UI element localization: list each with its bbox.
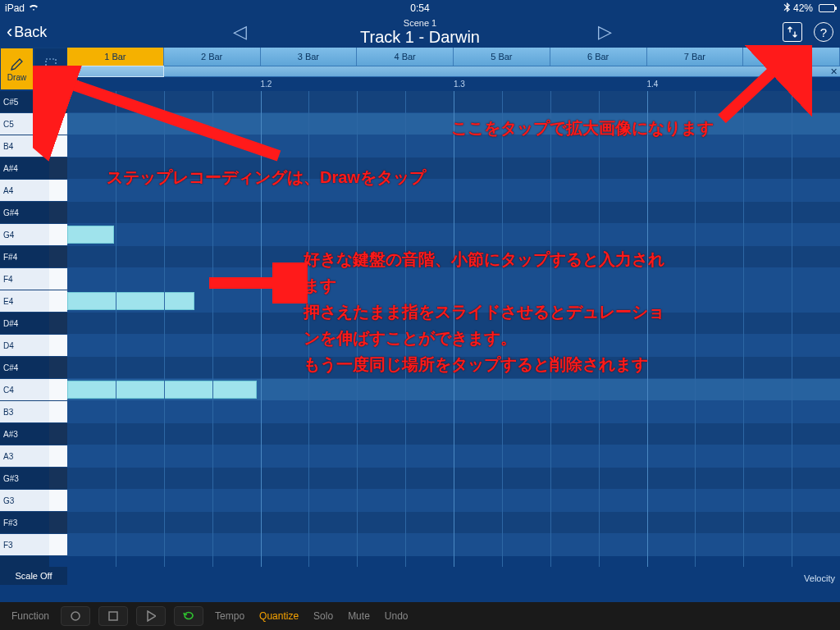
beat-ruler[interactable]: 1.1 1.2 1.3 1.4 <box>67 78 840 91</box>
gridline <box>164 91 165 567</box>
key-B3[interactable]: B3 <box>0 401 49 423</box>
select-icon <box>43 57 58 71</box>
gridline <box>647 91 648 567</box>
svg-rect-2 <box>109 612 117 620</box>
key-G#4[interactable]: G#4 <box>0 202 49 224</box>
chevron-left-icon: ‹ <box>7 23 12 41</box>
wifi-icon <box>28 2 39 14</box>
key-G4[interactable]: G4 <box>0 224 49 246</box>
transport-bar: Function Tempo Quantize Solo Mute Undo <box>0 602 840 630</box>
gridline <box>405 91 406 567</box>
gridline <box>502 91 503 567</box>
beat-4: 1.4 <box>647 80 659 89</box>
key-G3[interactable]: G3 <box>0 490 49 512</box>
keycol-A4 <box>49 180 67 202</box>
key-E4[interactable]: E4 <box>0 290 49 313</box>
key-C#4[interactable]: C#4 <box>0 357 49 379</box>
gridline <box>792 91 792 567</box>
help-button[interactable]: ? <box>814 22 833 42</box>
key-A#3[interactable]: A#3 <box>0 423 49 445</box>
gridline <box>357 91 358 567</box>
status-bar: iPad 0:54 42% <box>0 0 840 16</box>
overview-close[interactable]: ✕ <box>830 66 838 77</box>
bar-1[interactable]: 1 Bar <box>67 48 164 66</box>
keycol-C#5 <box>49 91 67 113</box>
scene-label: Scene 1 <box>360 18 480 28</box>
undo-button[interactable]: Undo <box>381 610 412 622</box>
key-C5[interactable]: C5 <box>0 113 49 135</box>
beat-3: 1.3 <box>454 80 465 89</box>
midi-note[interactable] <box>67 381 257 399</box>
gridline <box>212 91 213 567</box>
bar-ruler[interactable]: 1 Bar 2 Bar 3 Bar 4 Bar 5 Bar 6 Bar 7 Ba… <box>67 48 840 66</box>
prev-track-button[interactable]: ◁ <box>230 18 250 46</box>
function-button[interactable]: Function <box>8 610 52 622</box>
keycol-G#4 <box>49 202 67 224</box>
loop-button[interactable] <box>174 606 203 626</box>
svg-rect-0 <box>46 59 56 69</box>
key-D4[interactable]: D4 <box>0 335 49 357</box>
keycol-F#3 <box>49 512 67 534</box>
keycol-C5 <box>49 113 67 135</box>
bar-5[interactable]: 5 Bar <box>454 48 550 66</box>
key-A#4[interactable]: A#4 <box>0 158 49 180</box>
key-D#4[interactable]: D#4 <box>0 313 49 335</box>
midi-note[interactable] <box>67 292 194 310</box>
next-track-button[interactable]: ▷ <box>595 18 615 46</box>
track-label: Track 1 - Darwin <box>360 28 480 47</box>
gridline <box>454 91 454 567</box>
key-F4[interactable]: F4 <box>0 268 49 290</box>
battery-icon <box>816 4 835 12</box>
key-G#3[interactable]: G#3 <box>0 468 49 490</box>
piano-keys[interactable]: C#5C5B4A#4A4G#4G4F#4F4E4D#4D4C#4C4B3A#3A… <box>0 91 49 567</box>
key-C#5[interactable]: C#5 <box>0 91 49 113</box>
quantize-button[interactable]: Quantize <box>256 610 302 622</box>
bar-7[interactable]: 7 Bar <box>647 48 744 66</box>
back-button[interactable]: ‹ Back <box>7 23 47 41</box>
clock: 0:54 <box>410 2 429 14</box>
beat-1: 1.1 <box>69 80 80 89</box>
bar-6[interactable]: 6 Bar <box>550 48 647 66</box>
keycol-G3 <box>49 490 67 512</box>
key-A4[interactable]: A4 <box>0 180 49 202</box>
import-export-button[interactable] <box>783 22 802 42</box>
svg-point-1 <box>71 612 80 620</box>
keycol-C4 <box>49 379 67 401</box>
solo-button[interactable]: Solo <box>310 610 336 622</box>
key-F#3[interactable]: F#3 <box>0 512 49 534</box>
velocity-label[interactable]: Velocity <box>804 573 835 583</box>
keycol-C#4 <box>49 357 67 379</box>
gridline <box>116 91 116 567</box>
device-label: iPad <box>5 2 25 14</box>
back-label: Back <box>14 24 47 41</box>
note-grid[interactable] <box>67 91 840 567</box>
key-F#4[interactable]: F#4 <box>0 246 49 268</box>
title: Scene 1 Track 1 - Darwin <box>360 18 480 47</box>
bar-2[interactable]: 2 Bar <box>164 48 261 66</box>
battery-pct: 42% <box>793 2 813 14</box>
header: ‹ Back ◁ Scene 1 Track 1 - Darwin ▷ ? <box>0 16 840 48</box>
key-A3[interactable]: A3 <box>0 445 49 468</box>
bar-3[interactable]: 3 Bar <box>261 48 358 66</box>
play-button[interactable] <box>136 606 166 626</box>
midi-note[interactable] <box>67 226 114 244</box>
bar-8[interactable]: 8 Bar <box>743 48 840 66</box>
key-F3[interactable]: F3 <box>0 534 49 556</box>
keycol-B3 <box>49 401 67 423</box>
overview-window[interactable] <box>67 66 164 77</box>
bar-4[interactable]: 4 Bar <box>357 48 454 66</box>
stop-button[interactable] <box>98 606 128 626</box>
scale-toggle[interactable]: Scale Off <box>0 567 67 585</box>
key-B4[interactable]: B4 <box>0 135 49 158</box>
keycol-F3 <box>49 534 67 556</box>
record-button[interactable] <box>61 606 90 626</box>
overview-strip[interactable]: ✕ <box>67 66 840 77</box>
gridline <box>695 91 696 567</box>
key-C4[interactable]: C4 <box>0 379 49 401</box>
piano-roll: 1.1 1.2 1.3 1.4 C#5C5B4A#4A4G#4G4F#4F4E4… <box>0 78 840 585</box>
tempo-button[interactable]: Tempo <box>212 610 248 622</box>
pencil-icon <box>10 57 25 71</box>
keycol-G4 <box>49 224 67 246</box>
keycol-B4 <box>49 135 67 158</box>
mute-button[interactable]: Mute <box>345 610 373 622</box>
